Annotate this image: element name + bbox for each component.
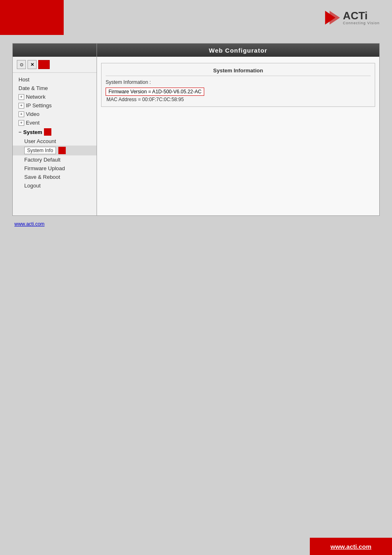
factory-default-label: Factory Default [24, 157, 60, 163]
panel-title-bar: Web Configurator [97, 44, 379, 57]
nav-item-event[interactable]: + Event [13, 118, 97, 127]
system-info-label: System Info [24, 147, 56, 154]
sidebar-header-bar [13, 44, 97, 57]
date-time-label: Date & Time [18, 85, 48, 91]
settings-icon: ⊙ [20, 62, 23, 67]
svg-marker-1 [330, 11, 340, 25]
info-label: System Information : [106, 79, 371, 85]
nav-item-video[interactable]: + Video [13, 110, 97, 118]
system-info-section-title: System Information [106, 67, 371, 76]
nav-item-network[interactable]: + Network [13, 92, 97, 101]
logout-label: Logout [24, 183, 41, 189]
panel-title: Web Configurator [209, 47, 267, 54]
nav-item-date-time[interactable]: Date & Time [13, 84, 97, 92]
host-label: Host [18, 76, 30, 83]
settings-button[interactable]: ⊙ [17, 60, 26, 69]
nav-item-save-reboot[interactable]: Save & Reboot [13, 173, 97, 181]
nav-item-user-account[interactable]: User Account [13, 137, 97, 146]
main-content: ⊙ ✕ Host Date & Time + Network [0, 35, 392, 235]
mac-address-text: MAC Address = 00:0F:7C:0C:58:95 [106, 97, 371, 102]
red-toolbar-block [38, 60, 50, 69]
configurator-panel: ⊙ ✕ Host Date & Time + Network [12, 43, 380, 216]
logo-tagline: Connecting Vision [343, 21, 380, 25]
nav-item-logout[interactable]: Logout [13, 181, 97, 190]
footer-red-area: www.acti.com [310, 538, 392, 555]
system-info-section: System Information System Information : … [101, 63, 375, 107]
ip-settings-label: IP Settings [26, 102, 52, 109]
header-red-accent [0, 0, 64, 35]
nav-item-host[interactable]: Host [13, 75, 97, 84]
nav-item-system-row[interactable]: − System [13, 127, 97, 137]
event-expand-icon: + [18, 120, 24, 126]
close-icon: ✕ [30, 62, 34, 67]
logo-text-group: ACTi Connecting Vision [343, 10, 380, 25]
event-label: Event [26, 120, 39, 126]
firmware-version-box: Firmware Version = A1D-500-V6.05.22-AC [106, 88, 204, 96]
nav-item-system-info[interactable]: System Info [13, 146, 97, 155]
nav-menu: Host Date & Time + Network + IP Settings… [13, 73, 97, 192]
nav-item-firmware-upload[interactable]: Firmware Upload [13, 164, 97, 173]
sidebar-toolbar: ⊙ ✕ [13, 57, 97, 73]
logo-brand-name: ACTi [343, 10, 368, 21]
network-expand-icon: + [18, 94, 24, 100]
acti-logo-icon [323, 9, 341, 26]
footer-link[interactable]: www.acti.com [330, 543, 371, 550]
top-header: ACTi Connecting Vision [0, 0, 392, 35]
ip-settings-expand-icon: + [18, 103, 24, 109]
system-red-indicator [44, 128, 51, 136]
video-label: Video [26, 111, 39, 117]
nav-item-ip-settings[interactable]: + IP Settings [13, 101, 97, 110]
logo-area: ACTi Connecting Vision [323, 9, 380, 26]
right-panel: Web Configurator System Information Syst… [97, 44, 379, 215]
below-panel-link[interactable]: www.acti.com [14, 221, 44, 227]
panel-content: System Information System Information : … [97, 57, 379, 215]
nav-item-factory-default[interactable]: Factory Default [13, 155, 97, 164]
system-info-red-indicator [58, 147, 66, 154]
save-reboot-label: Save & Reboot [24, 174, 60, 180]
footer-bar: www.acti.com [0, 538, 392, 555]
below-panel-link-area: www.acti.com [12, 221, 380, 227]
sidebar: ⊙ ✕ Host Date & Time + Network [13, 44, 97, 215]
system-label: System [23, 129, 42, 135]
system-expand-icon: − [18, 129, 22, 135]
user-account-label: User Account [24, 138, 56, 144]
close-button[interactable]: ✕ [28, 60, 37, 69]
network-label: Network [26, 94, 46, 100]
firmware-upload-label: Firmware Upload [24, 165, 65, 171]
video-expand-icon: + [18, 111, 24, 117]
